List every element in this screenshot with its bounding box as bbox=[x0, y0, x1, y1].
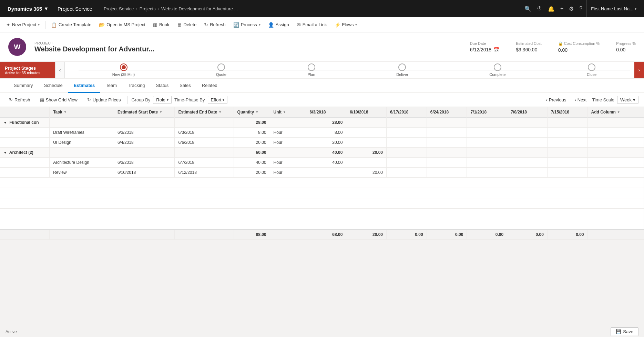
estimates-refresh-button[interactable]: ↻ Refresh bbox=[6, 96, 34, 104]
stage-item-plan[interactable]: Plan bbox=[308, 63, 315, 77]
stage-nav-right[interactable]: › bbox=[634, 62, 644, 78]
footer-d5: 0.00 bbox=[467, 229, 507, 240]
col-header-addcol[interactable]: Add Column ▼ bbox=[587, 107, 644, 118]
tab-team[interactable]: Team bbox=[100, 79, 122, 93]
tab-tracking[interactable]: Tracking bbox=[122, 79, 150, 93]
update-prices-button[interactable]: ↻ Update Prices bbox=[84, 96, 124, 104]
group-row-functional: ▼ Functional con 28.00 28.00 bbox=[0, 118, 644, 128]
search-icon[interactable]: 🔍 bbox=[524, 6, 531, 12]
breadcrumb-item-2[interactable]: Projects bbox=[140, 6, 156, 11]
group-d5-functional bbox=[467, 118, 507, 128]
row-addcol-arch-design bbox=[587, 158, 644, 168]
open-ms-project-button[interactable]: 📂 Open in MS Project bbox=[95, 21, 149, 29]
col-header-d2: 6/10/2018 bbox=[346, 107, 387, 118]
expand-icon-architect[interactable]: ▼ bbox=[3, 151, 7, 155]
user-name: First Name Last Na... bbox=[591, 6, 633, 11]
stage-item-new[interactable]: New (35 Min) bbox=[112, 63, 135, 77]
assign-icon: 👤 bbox=[268, 22, 274, 28]
col-header-qty[interactable]: Quantity ▼ bbox=[234, 107, 270, 118]
help-icon[interactable]: ? bbox=[579, 6, 582, 12]
footer-end bbox=[175, 229, 234, 240]
table-header-row: Task ▼ Estimated Start Date ▼ Estimated … bbox=[0, 107, 644, 118]
row-d4-arch-design bbox=[427, 158, 467, 168]
row-d3-draft bbox=[387, 128, 427, 138]
footer-d3: 0.00 bbox=[387, 229, 427, 240]
process-dropdown-icon: ▾ bbox=[259, 23, 260, 27]
settings-icon[interactable]: ⚙ bbox=[569, 6, 574, 12]
week-chevron: ▾ bbox=[633, 97, 635, 102]
group-by-value: Role bbox=[156, 97, 165, 102]
stage-item-deliver[interactable]: Deliver bbox=[396, 63, 408, 77]
group-d5-architect bbox=[467, 148, 507, 158]
tab-status[interactable]: Status bbox=[150, 79, 174, 93]
new-project-button[interactable]: ✦ New Project ▾ bbox=[3, 21, 43, 29]
footer-role bbox=[0, 229, 50, 240]
tab-schedule[interactable]: Schedule bbox=[39, 79, 68, 93]
flows-icon: ⚡ bbox=[335, 22, 340, 28]
delete-label: Delete bbox=[184, 22, 197, 27]
book-button[interactable]: ▦ Book bbox=[150, 21, 173, 29]
process-button[interactable]: 🔄 Process ▾ bbox=[230, 21, 264, 29]
col-header-end[interactable]: Estimated End Date ▼ bbox=[175, 107, 234, 118]
row-d2-ui bbox=[346, 138, 387, 148]
stage-label: Project Stages Active for 35 minutes bbox=[0, 62, 55, 78]
col-header-unit[interactable]: Unit ▼ bbox=[270, 107, 306, 118]
stage-nav-left[interactable]: ‹ bbox=[55, 62, 65, 78]
show-grid-view-button[interactable]: ▦ Show Grid View bbox=[37, 96, 81, 104]
group-d7-architect bbox=[547, 148, 587, 158]
group-by-dropdown[interactable]: Role ▾ bbox=[153, 96, 172, 104]
row-role-arch-design bbox=[0, 158, 50, 168]
estimates-refresh-icon: ↻ bbox=[9, 97, 13, 102]
breadcrumb-item-1[interactable]: Project Service bbox=[104, 6, 134, 11]
cmd-sep-1 bbox=[45, 21, 45, 29]
group-d7-functional bbox=[547, 118, 587, 128]
week-select-dropdown[interactable]: Week ▾ bbox=[617, 96, 638, 104]
plus-icon[interactable]: + bbox=[560, 6, 563, 12]
timer-icon[interactable]: ⏱ bbox=[537, 6, 542, 12]
user-menu[interactable]: First Name Last Na... ▾ bbox=[586, 0, 641, 17]
new-project-icon: ✦ bbox=[6, 22, 10, 28]
col-header-d3: 6/17/2018 bbox=[387, 107, 427, 118]
refresh-button[interactable]: ↻ Refresh bbox=[201, 21, 229, 29]
delete-button[interactable]: 🗑 Delete bbox=[174, 21, 200, 29]
time-phase-dropdown[interactable]: Effort ▾ bbox=[208, 96, 228, 104]
group-end-functional bbox=[175, 118, 234, 128]
col-header-d6: 7/8/2018 bbox=[507, 107, 548, 118]
expand-icon-functional[interactable]: ▼ bbox=[3, 121, 7, 125]
new-project-label: New Project bbox=[12, 22, 36, 27]
next-button[interactable]: › Next bbox=[572, 96, 589, 104]
stage-item-quote[interactable]: Quote bbox=[216, 63, 226, 77]
row-d3-arch-design bbox=[387, 158, 427, 168]
tab-related[interactable]: Related bbox=[196, 79, 223, 93]
email-link-button[interactable]: ✉ Email a Link bbox=[293, 21, 330, 29]
group-d2-functional bbox=[346, 118, 387, 128]
create-template-button[interactable]: 📋 Create Template bbox=[48, 21, 95, 29]
project-label: PROJECT bbox=[34, 41, 462, 45]
footer-d6: 0.00 bbox=[507, 229, 548, 240]
row-d1-draft: 8.00 bbox=[306, 128, 346, 138]
col-header-task[interactable]: Task ▼ bbox=[50, 107, 114, 118]
row-d4-draft bbox=[427, 128, 467, 138]
row-qty-review: 20.00 bbox=[234, 168, 270, 178]
tab-summary[interactable]: Summary bbox=[8, 79, 39, 93]
tab-estimates[interactable]: Estimates bbox=[68, 79, 100, 93]
stage-item-close[interactable]: Close bbox=[587, 63, 596, 77]
project-title: Website Development for Adventur... bbox=[34, 45, 462, 53]
breadcrumb-item-3[interactable]: Website Development for Adventure ... bbox=[161, 6, 238, 11]
brand-dynamics365[interactable]: Dynamics 365 ▾ bbox=[3, 0, 52, 17]
stage-item-complete[interactable]: Complete bbox=[489, 63, 505, 77]
row-end-review: 6/12/2018 bbox=[175, 168, 234, 178]
notification-icon[interactable]: 🔔 bbox=[548, 6, 555, 12]
col-header-start[interactable]: Estimated Start Date ▼ bbox=[114, 107, 175, 118]
flows-button[interactable]: ⚡ Flows ▾ bbox=[331, 21, 361, 29]
group-task-functional bbox=[50, 118, 114, 128]
tab-sales[interactable]: Sales bbox=[174, 79, 196, 93]
project-title-block: PROJECT Website Development for Adventur… bbox=[34, 41, 462, 53]
row-d6-draft bbox=[507, 128, 548, 138]
col-header-d5: 7/1/2018 bbox=[467, 107, 507, 118]
assign-button[interactable]: 👤 Assign bbox=[265, 21, 293, 29]
group-role-architect: ▼ Architect (2) bbox=[0, 148, 50, 158]
previous-button[interactable]: ‹ Previous bbox=[543, 96, 569, 104]
calendar-icon[interactable]: 📅 bbox=[493, 47, 499, 52]
stage-circle-quote bbox=[217, 63, 225, 71]
